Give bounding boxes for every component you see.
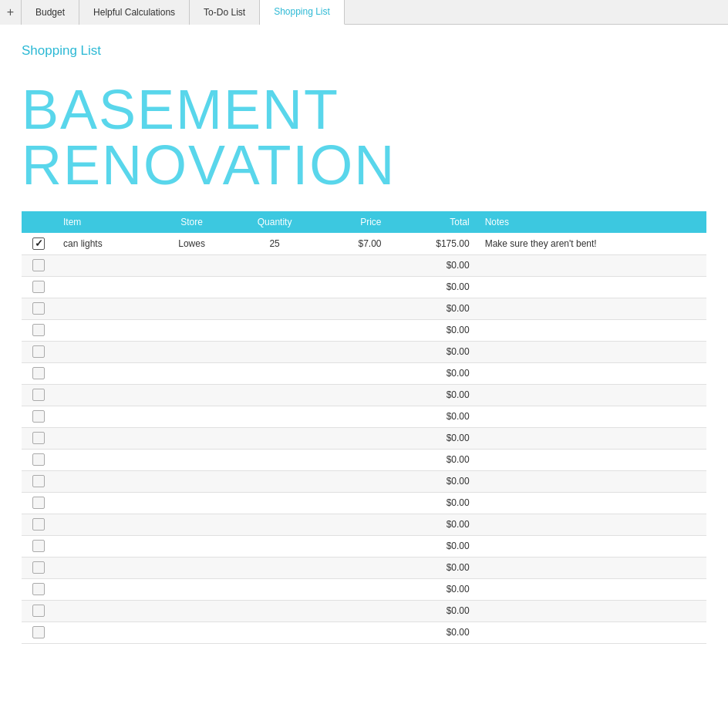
table-row: $0.00 [22, 578, 706, 600]
total-cell: $0.00 [389, 254, 477, 276]
store-cell [153, 492, 230, 514]
row-checkbox[interactable] [32, 389, 45, 401]
checkbox-cell[interactable] [22, 621, 56, 643]
checkbox-cell[interactable] [22, 427, 56, 449]
price-cell [319, 427, 389, 449]
total-cell: $0.00 [389, 621, 477, 643]
item-cell [56, 276, 153, 298]
total-cell: $0.00 [389, 298, 477, 319]
column-header-price: Price [319, 211, 389, 233]
price-cell [319, 276, 389, 298]
store-cell [153, 621, 230, 643]
price-cell [319, 492, 389, 514]
item-cell: can lights [56, 233, 153, 254]
checkbox-cell[interactable] [22, 233, 56, 254]
total-cell: $0.00 [389, 384, 477, 406]
store-cell [153, 406, 230, 427]
total-cell: $0.00 [389, 427, 477, 449]
checkbox-cell[interactable] [22, 298, 56, 319]
add-tab-button[interactable]: + [0, 0, 22, 25]
total-cell: $0.00 [389, 319, 477, 341]
notes-cell [477, 535, 706, 557]
checkbox-cell[interactable] [22, 600, 56, 621]
item-cell [56, 600, 153, 621]
row-checkbox[interactable] [32, 410, 45, 423]
total-cell: $0.00 [389, 470, 477, 492]
row-checkbox[interactable] [32, 497, 45, 509]
notes-cell [477, 470, 706, 492]
notes-cell [477, 492, 706, 514]
row-checkbox[interactable] [32, 540, 45, 552]
shopping-table: ItemStoreQuantityPriceTotalNotes can lig… [22, 211, 706, 644]
checkbox-cell[interactable] [22, 535, 56, 557]
row-checkbox[interactable] [32, 302, 45, 315]
quantity-cell [230, 535, 320, 557]
checkbox-cell[interactable] [22, 254, 56, 276]
item-cell [56, 341, 153, 362]
row-checkbox[interactable] [32, 237, 45, 250]
checkbox-cell[interactable] [22, 470, 56, 492]
row-checkbox[interactable] [32, 561, 45, 574]
item-cell [56, 514, 153, 535]
quantity-cell [230, 492, 320, 514]
row-checkbox[interactable] [32, 453, 45, 466]
store-cell [153, 578, 230, 600]
checkbox-cell[interactable] [22, 492, 56, 514]
checkbox-cell[interactable] [22, 557, 56, 578]
checkbox-cell[interactable] [22, 578, 56, 600]
quantity-cell [230, 427, 320, 449]
notes-cell [477, 449, 706, 470]
checkbox-cell[interactable] [22, 514, 56, 535]
row-checkbox[interactable] [32, 583, 45, 595]
item-cell [56, 319, 153, 341]
price-cell [319, 406, 389, 427]
tab-to-do-list[interactable]: To-Do List [190, 0, 260, 25]
row-checkbox[interactable] [32, 345, 45, 358]
row-checkbox[interactable] [32, 432, 45, 444]
notes-cell [477, 406, 706, 427]
item-cell [56, 362, 153, 384]
row-checkbox[interactable] [32, 605, 45, 617]
checkbox-cell[interactable] [22, 384, 56, 406]
row-checkbox[interactable] [32, 518, 45, 531]
checkbox-cell[interactable] [22, 276, 56, 298]
total-cell: $0.00 [389, 341, 477, 362]
row-checkbox[interactable] [32, 281, 45, 293]
column-header-checked [22, 211, 56, 233]
checkbox-cell[interactable] [22, 341, 56, 362]
checkbox-cell[interactable] [22, 319, 56, 341]
store-cell [153, 470, 230, 492]
checkbox-cell[interactable] [22, 449, 56, 470]
price-cell [319, 254, 389, 276]
notes-cell [477, 384, 706, 406]
price-cell [319, 578, 389, 600]
store-cell [153, 557, 230, 578]
row-checkbox[interactable] [32, 475, 45, 487]
store-cell [153, 276, 230, 298]
table-row: $0.00 [22, 535, 706, 557]
checkbox-cell[interactable] [22, 362, 56, 384]
quantity-cell [230, 514, 320, 535]
notes-cell [477, 362, 706, 384]
renovation-title: BASEMENT RENOVATION [22, 82, 706, 193]
column-header-quantity: Quantity [230, 211, 320, 233]
tab-helpful-calculations[interactable]: Helpful Calculations [79, 0, 190, 25]
quantity-cell [230, 578, 320, 600]
checkbox-cell[interactable] [22, 406, 56, 427]
quantity-cell [230, 406, 320, 427]
tab-shopping-list[interactable]: Shopping List [260, 0, 345, 25]
quantity-cell [230, 449, 320, 470]
notes-cell [477, 341, 706, 362]
total-cell: $0.00 [389, 557, 477, 578]
store-cell [153, 384, 230, 406]
row-checkbox[interactable] [32, 324, 45, 336]
tab-budget[interactable]: Budget [22, 0, 79, 25]
row-checkbox[interactable] [32, 626, 45, 638]
row-checkbox[interactable] [32, 367, 45, 379]
row-checkbox[interactable] [32, 259, 45, 271]
price-cell [319, 514, 389, 535]
table-row: $0.00 [22, 470, 706, 492]
table-row: $0.00 [22, 427, 706, 449]
table-row: $0.00 [22, 449, 706, 470]
quantity-cell [230, 384, 320, 406]
